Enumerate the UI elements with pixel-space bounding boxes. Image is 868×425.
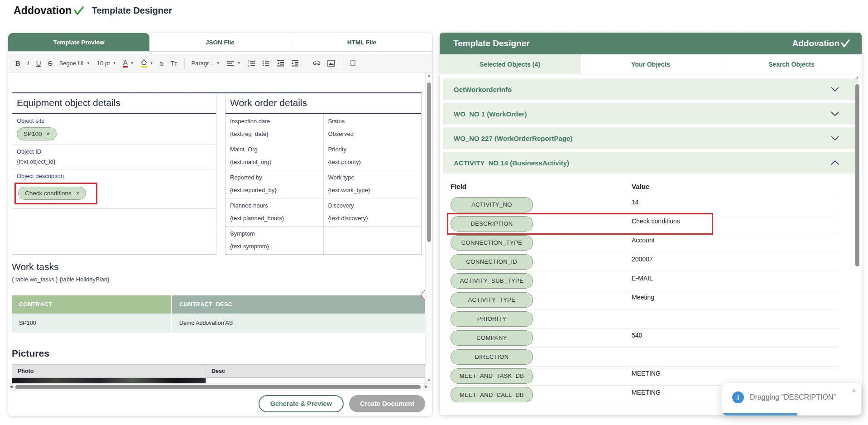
toast-progress-bar [722, 413, 797, 415]
field-chip-activity_no[interactable]: ACTIVITY_NO [451, 197, 533, 212]
paragraph-style-select[interactable]: Paragr... ▼ [192, 60, 220, 67]
outdent-button[interactable] [277, 59, 284, 67]
pictures-section: Pictures PhotoDesc [12, 348, 422, 383]
value-column-header: Value [632, 183, 649, 190]
chip-text: SP100 [24, 130, 42, 137]
editor-horizontal-scrollbar[interactable]: ◀ ▶ [8, 383, 432, 391]
placeholder-text: {text.reported_by} [230, 187, 319, 193]
workorder-table: Work order details Inspection date{text.… [225, 93, 422, 255]
object-accordion-wo_no[interactable]: WO_NO 227 (WorkOrderReportPage) [443, 127, 858, 149]
equipment-row: Object siteSP100× [12, 114, 216, 145]
value-chip[interactable]: Check conditions× [18, 187, 86, 200]
chip-remove-icon[interactable]: × [76, 190, 80, 197]
tab-your-objects[interactable]: Your Objects [580, 54, 721, 74]
strikethrough-button[interactable]: S [48, 59, 53, 67]
vertical-scroll-thumb[interactable] [855, 84, 859, 266]
field-label: Object description [17, 173, 211, 179]
scroll-down-icon[interactable]: ▼ [426, 378, 432, 382]
field-value-row: ACTIVITY_SUB_TYPEE-MAIL [451, 271, 838, 290]
horizontal-scroll-thumb[interactable] [15, 385, 421, 389]
brand-check-icon [841, 39, 850, 48]
font-size-select[interactable]: 10 pt ▼ [97, 60, 116, 67]
pictures-column-header: Photo [12, 365, 206, 377]
underline-button[interactable]: U [36, 59, 41, 67]
lowercase-button[interactable]: tₜ [160, 60, 164, 67]
scroll-up-icon[interactable]: ▲ [854, 75, 860, 79]
vertical-scroll-thumb[interactable] [427, 82, 431, 242]
field-value-row: ACTIVITY_TYPEMeeting [451, 290, 838, 309]
value-chip[interactable]: SP100× [17, 127, 57, 140]
indent-icon [291, 59, 299, 67]
field-chip-direction[interactable]: DIRECTION [451, 349, 533, 365]
bullet-list-button[interactable] [262, 59, 270, 67]
template-designer-panel: Template Designer Addovation Selected Ob… [440, 33, 862, 415]
field-label: Priority [328, 146, 417, 153]
scroll-up-icon[interactable]: ▲ [426, 73, 432, 77]
font-color-icon: A [123, 59, 128, 68]
app-header: Addovation Template Designer [14, 5, 172, 17]
document-canvas[interactable]: Equipment object details Object siteSP10… [8, 72, 425, 383]
tab-template-preview[interactable]: Template Preview [8, 33, 149, 51]
bullet-list-icon [262, 59, 270, 67]
editor-vertical-scrollbar[interactable]: ▲ ▼ [425, 72, 432, 383]
indent-button[interactable] [291, 59, 299, 67]
field-value-row: DESCRIPTIONCheck conditions [451, 214, 838, 233]
pictures-title: Pictures [12, 348, 422, 359]
bold-button[interactable]: B [15, 59, 20, 67]
field-chip-meet_and_call_db[interactable]: MEET_AND_CALL_DB [451, 387, 533, 402]
tab-html-file[interactable]: HTML File [291, 33, 432, 51]
italic-button[interactable]: I [27, 59, 29, 67]
field-chip-connection_id[interactable]: CONNECTION_ID [451, 254, 533, 270]
field-chip-meet_and_task_db[interactable]: MEET_AND_TASK_DB [451, 368, 533, 384]
tab-search-objects[interactable]: Search Objects [721, 54, 862, 74]
highlight-color-button[interactable]: ▼ [141, 59, 153, 68]
font-size-value: 10 pt [97, 60, 110, 67]
generate-preview-button[interactable]: Generate & Preview [259, 395, 344, 412]
chip-remove-icon[interactable]: × [47, 130, 50, 137]
objects-vertical-scrollbar[interactable]: ▲ ▼ [854, 75, 860, 413]
font-family-select[interactable]: Segoe UI ▼ [59, 60, 90, 67]
font-color-button[interactable]: A ▼ [123, 59, 134, 68]
value-text: E-MAIL [632, 271, 653, 282]
field-label: Maint. Org [230, 146, 319, 153]
tab-selected-objects-4-[interactable]: Selected Objects (4) [440, 54, 580, 74]
paragraph-style-value: Paragr... [192, 60, 214, 67]
workorder-row: Reported by{text.reported_by}Work type{t… [225, 170, 421, 198]
workorder-cell: Priority{text.priority} [324, 142, 422, 170]
workorder-row: Symptom{text.symptom} [225, 227, 421, 254]
workorder-cell: Symptom{text.symptom} [225, 227, 324, 254]
insert-link-button[interactable] [313, 59, 321, 67]
scroll-left-icon[interactable]: ◀ [10, 384, 13, 389]
placeholder-text: {text.work_type} [328, 187, 417, 193]
ordered-list-button[interactable]: 123 [248, 59, 255, 67]
field-chip-activity_sub_type[interactable]: ACTIVITY_SUB_TYPE [451, 273, 533, 289]
object-accordion-getworkorderinfo[interactable]: GetWorkorderInfo [443, 78, 858, 100]
brand-logo: Addovation [14, 5, 84, 17]
editor-footer: Generate & Preview Create Document [8, 391, 432, 416]
equipment-row: Object descriptionCheck conditions× [12, 169, 216, 209]
object-label: GetWorkorderInfo [454, 86, 512, 93]
tab-json-file[interactable]: JSON File [149, 33, 291, 51]
object-accordion-wo_no[interactable]: WO_NO 1 (WorkOrder) [443, 103, 858, 125]
field-chip-activity_type[interactable]: ACTIVITY_TYPE [451, 292, 533, 308]
insert-placeholder-button[interactable] [349, 59, 357, 67]
field-chip-company[interactable]: COMPANY [451, 330, 533, 346]
field-value-row: DIRECTION [451, 347, 838, 366]
object-label: WO_NO 227 (WorkOrderReportPage) [454, 135, 572, 142]
field-chip-priority[interactable]: PRIORITY [451, 311, 533, 327]
value-text: Check conditions [632, 214, 680, 225]
workorder-cell: Reported by{text.reported_by} [225, 170, 324, 198]
details-tables: Equipment object details Object siteSP10… [12, 92, 422, 255]
field-chip-connection_type[interactable]: CONNECTION_TYPE [451, 235, 533, 251]
insert-image-button[interactable] [327, 59, 335, 67]
field-label: Object site [17, 117, 211, 124]
field-chip-description[interactable]: DESCRIPTION [451, 216, 533, 232]
ordered-list-icon: 123 [248, 59, 255, 67]
chevron-down-icon [830, 135, 839, 141]
object-accordion-activity_no[interactable]: ACTIVITY_NO 14 (BusinessActivity) [443, 152, 858, 174]
toast-close-button[interactable]: × [852, 386, 856, 394]
uppercase-button[interactable]: Tᴛ [171, 60, 177, 67]
create-document-button[interactable]: Create Document [349, 395, 425, 412]
align-select[interactable]: ▼ [227, 59, 241, 67]
scroll-right-icon[interactable]: ▶ [425, 384, 428, 389]
